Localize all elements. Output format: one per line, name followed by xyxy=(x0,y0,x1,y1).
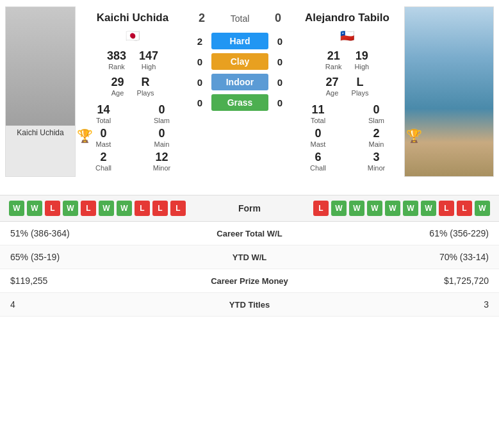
player1-flag: 🇯🇵 xyxy=(126,28,140,43)
surface-clay-row: 0 Clay 0 xyxy=(192,53,288,70)
player2-photo-inner xyxy=(405,7,493,176)
titles-row: 4 YTD Titles 3 xyxy=(0,293,499,317)
player2-silhouette xyxy=(405,7,493,176)
player2-card: Alejandro Tabilo 🇨🇱 21 Rank 19 High 27 A… xyxy=(293,6,402,177)
prize-row: $119,255 Career Prize Money $1,725,720 xyxy=(0,269,499,293)
form-badge-p2: W xyxy=(349,201,364,216)
player1-chall: 2 Chall xyxy=(81,151,126,172)
grass-badge: Grass xyxy=(211,94,268,111)
player1-career-wl: 51% (386-364) xyxy=(10,228,181,238)
form-badge-p1: L xyxy=(81,201,96,216)
player2-plays: L Plays xyxy=(352,76,369,97)
form-badge-p2: L xyxy=(439,201,454,216)
player1-plays: R Plays xyxy=(137,76,154,97)
player1-titles-grid: 14 Total 0 Slam 0 Mast 0 Main 2 xyxy=(81,103,184,172)
player2-chall: 6 Chall xyxy=(295,151,341,172)
indoor-score-right: 0 xyxy=(272,77,288,88)
surface-rows: 2 Hard 0 0 Clay 0 0 Indoor 0 xyxy=(192,33,288,111)
form-badge-p2: L xyxy=(457,201,472,216)
grass-score-left: 0 xyxy=(192,97,208,108)
player1-age: 29 Age xyxy=(111,76,124,97)
ytd-wl-label: YTD W/L xyxy=(181,253,318,262)
indoor-score-left: 0 xyxy=(192,77,208,88)
main-container: Kaichi Uchida Kaichi Uchida 🇯🇵 383 Rank … xyxy=(0,0,499,317)
ytd-wl-row: 65% (35-19) YTD W/L 70% (33-14) xyxy=(0,245,499,269)
top-section: Kaichi Uchida Kaichi Uchida 🇯🇵 383 Rank … xyxy=(0,0,499,183)
form-section: WWLWLWWLLL Form LWWWWWWLLW xyxy=(0,195,499,222)
player2-career-wl: 61% (356-229) xyxy=(318,228,489,238)
player1-photo-name: Kaichi Uchida xyxy=(6,128,75,137)
career-wl-label: Career Total W/L xyxy=(181,229,318,238)
player2-rank-high: 21 Rank 19 High xyxy=(325,49,369,71)
player2-high: 19 High xyxy=(355,49,370,71)
player1-main: 0 Main xyxy=(139,127,184,148)
player2-prize: $1,725,720 xyxy=(318,276,489,286)
surface-grass-row: 0 Grass 0 xyxy=(192,94,288,111)
total-score-left: 2 xyxy=(199,12,205,25)
titles-label: YTD Titles xyxy=(181,300,318,310)
form-badge-p2: W xyxy=(403,201,418,216)
form-badge-p2: L xyxy=(313,201,329,216)
grass-score-right: 0 xyxy=(272,97,288,108)
player1-rank-high: 383 Rank 147 High xyxy=(107,49,158,71)
player1-ytd-wl: 65% (35-19) xyxy=(10,252,181,262)
form-badge-p1: W xyxy=(27,201,42,216)
hard-score-right: 0 xyxy=(272,36,288,47)
player2-rank: 21 Rank xyxy=(325,49,342,71)
form-badge-p1: L xyxy=(170,201,186,216)
player2-flag: 🇨🇱 xyxy=(340,28,354,43)
total-label: Total xyxy=(231,13,250,24)
player1-high: 147 High xyxy=(139,49,158,71)
form-badge-p1: L xyxy=(152,201,168,216)
form-badge-p1: W xyxy=(63,201,78,216)
player1-mast: 0 Mast xyxy=(81,127,126,148)
clay-score-right: 0 xyxy=(272,56,288,67)
player2-ytd-titles: 3 xyxy=(318,299,489,310)
player2-minor: 3 Minor xyxy=(354,151,399,172)
player1-prize: $119,255 xyxy=(10,276,181,286)
player1-name: Kaichi Uchida xyxy=(97,12,168,24)
player2-form-badges: LWWWWWWLLW xyxy=(313,201,490,216)
form-badge-p1: W xyxy=(99,201,114,216)
player2-slam: 0 Slam xyxy=(354,103,399,124)
player2-main: 2 Main xyxy=(354,127,399,148)
form-badge-p2: W xyxy=(367,201,382,216)
player1-slam: 0 Slam xyxy=(139,103,184,124)
surface-hard-row: 2 Hard 0 xyxy=(192,33,288,49)
player2-name: Alejandro Tabilo xyxy=(305,12,389,24)
prize-label: Career Prize Money xyxy=(181,276,318,286)
form-badge-p2: W xyxy=(385,201,400,216)
player1-total: 14 Total xyxy=(81,103,126,124)
total-row: 2 Total 0 xyxy=(192,6,288,30)
center-section: 2 Total 0 2 Hard 0 0 Clay 0 xyxy=(190,6,290,177)
total-score-right: 0 xyxy=(275,12,281,25)
indoor-badge: Indoor xyxy=(211,74,268,90)
player1-ytd-titles: 4 xyxy=(10,299,181,310)
form-label: Form xyxy=(190,203,309,213)
player1-photo: Kaichi Uchida xyxy=(5,6,76,177)
player1-minor: 12 Minor xyxy=(139,151,184,172)
hard-score-left: 2 xyxy=(192,36,208,47)
player1-form-badges: WWLWLWWLLL xyxy=(9,201,186,216)
player1-card: Kaichi Uchida 🇯🇵 383 Rank 147 High 29 Ag… xyxy=(78,6,187,177)
player2-age-plays: 27 Age L Plays xyxy=(326,76,369,97)
stats-table: 51% (386-364) Career Total W/L 61% (356-… xyxy=(0,222,499,317)
player2-total: 11 Total xyxy=(295,103,341,124)
player2-ytd-wl: 70% (33-14) xyxy=(318,252,489,262)
player2-titles-grid: 11 Total 0 Slam 0 Mast 2 Main 6 Chall xyxy=(295,103,399,172)
player2-photo: Alejandro Tabilo xyxy=(404,6,494,177)
form-badge-p1: W xyxy=(9,201,24,216)
player1-age-plays: 29 Age R Plays xyxy=(111,76,154,97)
surface-indoor-row: 0 Indoor 0 xyxy=(192,74,288,90)
career-wl-row: 51% (386-364) Career Total W/L 61% (356-… xyxy=(0,222,499,245)
form-badge-p2: W xyxy=(331,201,347,216)
form-badge-p1: L xyxy=(135,201,150,216)
clay-badge: Clay xyxy=(211,53,268,70)
hard-badge: Hard xyxy=(211,33,268,49)
form-badge-p2: W xyxy=(475,201,490,216)
form-badge-p1: W xyxy=(117,201,132,216)
player2-mast: 0 Mast xyxy=(295,127,341,148)
form-badge-p1: L xyxy=(45,201,60,216)
player1-rank: 383 Rank xyxy=(107,49,126,71)
form-badge-p2: W xyxy=(421,201,436,216)
